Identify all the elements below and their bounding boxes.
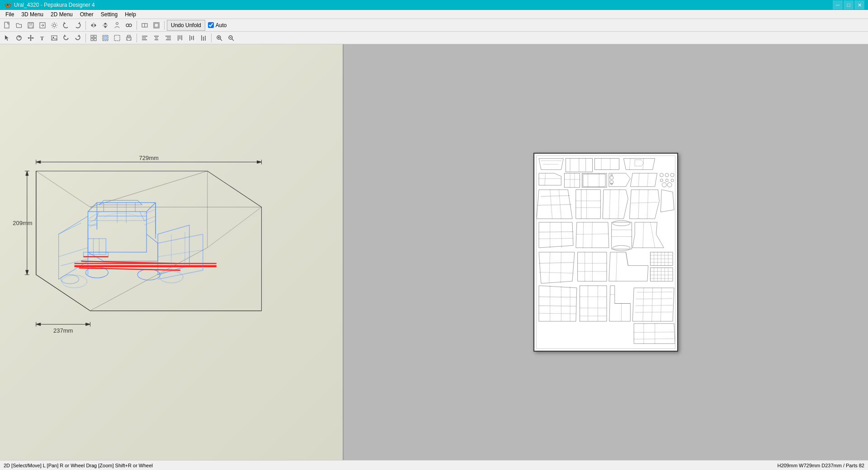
svg-line-172 bbox=[618, 190, 619, 219]
view2-button[interactable] bbox=[151, 20, 162, 31]
svg-line-241 bbox=[652, 288, 653, 321]
svg-point-158 bbox=[671, 179, 674, 182]
svg-marker-70 bbox=[36, 161, 41, 164]
open-button[interactable] bbox=[14, 20, 24, 31]
grid-button[interactable] bbox=[88, 33, 99, 43]
image-tool[interactable] bbox=[49, 33, 60, 43]
undo-unfold-button[interactable]: Undo Unfold bbox=[167, 20, 205, 31]
align-left-button[interactable] bbox=[139, 33, 150, 43]
redo-button[interactable] bbox=[72, 33, 83, 43]
svg-marker-134 bbox=[623, 159, 655, 170]
rotate-tool[interactable] bbox=[14, 33, 24, 43]
svg-line-240 bbox=[643, 288, 644, 321]
svg-point-96 bbox=[61, 275, 79, 284]
undo-button[interactable] bbox=[61, 33, 71, 43]
auto-checkbox[interactable] bbox=[208, 22, 214, 28]
dim-209: 209mm bbox=[13, 220, 32, 226]
rotate-left-button[interactable] bbox=[61, 20, 71, 31]
window-controls: ─ □ ✕ bbox=[833, 0, 864, 9]
svg-marker-161 bbox=[537, 190, 572, 219]
align-top-button[interactable] bbox=[175, 33, 185, 43]
toolbar2: T bbox=[0, 32, 868, 44]
rotate-right-button[interactable] bbox=[72, 20, 83, 31]
svg-line-191 bbox=[539, 263, 574, 263]
menu-2dmenu[interactable]: 2D Menu bbox=[47, 10, 76, 19]
svg-line-245 bbox=[634, 332, 674, 333]
svg-line-246 bbox=[634, 338, 674, 339]
align-bottom-button[interactable] bbox=[198, 33, 209, 43]
svg-marker-11 bbox=[104, 23, 107, 24]
svg-line-174 bbox=[647, 190, 648, 219]
svg-point-160 bbox=[667, 183, 672, 187]
svg-rect-37 bbox=[104, 36, 107, 40]
select-all-button[interactable] bbox=[100, 33, 111, 43]
svg-line-165 bbox=[559, 190, 561, 219]
svg-rect-38 bbox=[114, 35, 120, 41]
2d-view-panel[interactable] bbox=[344, 44, 868, 460]
paper-content bbox=[536, 155, 675, 349]
align-middle-button[interactable] bbox=[186, 33, 197, 43]
statusbar-right: H209mm W729mm D237mm / Parts 82 bbox=[777, 463, 864, 468]
settings-button[interactable] bbox=[49, 20, 60, 31]
svg-marker-220 bbox=[539, 286, 577, 321]
svg-point-156 bbox=[660, 179, 663, 182]
menu-other[interactable]: Other bbox=[76, 10, 97, 19]
align-right-button[interactable] bbox=[163, 33, 174, 43]
menu-setting[interactable]: Setting bbox=[97, 10, 121, 19]
svg-rect-143 bbox=[582, 173, 607, 188]
svg-rect-33 bbox=[94, 35, 96, 38]
svg-rect-131 bbox=[594, 159, 619, 170]
chain-button[interactable] bbox=[123, 20, 134, 31]
close-button[interactable]: ✕ bbox=[854, 0, 864, 9]
svg-rect-41 bbox=[127, 38, 130, 40]
svg-line-180 bbox=[583, 222, 584, 248]
menu-help[interactable]: Help bbox=[121, 10, 140, 19]
svg-marker-76 bbox=[26, 270, 28, 275]
svg-point-184 bbox=[613, 221, 630, 226]
export-button[interactable] bbox=[37, 20, 48, 31]
menu-file[interactable]: File bbox=[2, 10, 18, 19]
svg-rect-211 bbox=[651, 268, 673, 282]
auto-label: Auto bbox=[216, 22, 227, 28]
svg-rect-139 bbox=[564, 173, 580, 188]
svg-point-148 bbox=[610, 180, 613, 184]
3d-view-panel[interactable]: 729mm 209mm 237mm bbox=[0, 44, 344, 460]
flip-v-button[interactable] bbox=[100, 20, 111, 31]
align-center-button[interactable] bbox=[151, 33, 162, 43]
deselect-button[interactable] bbox=[112, 33, 123, 43]
svg-line-177 bbox=[539, 238, 573, 239]
svg-line-182 bbox=[577, 234, 609, 235]
text-tool[interactable]: T bbox=[37, 33, 48, 43]
svg-marker-12 bbox=[104, 26, 107, 28]
select-tool[interactable] bbox=[2, 33, 13, 43]
svg-point-116 bbox=[62, 275, 87, 288]
flip-h-button[interactable] bbox=[88, 20, 99, 31]
svg-marker-124 bbox=[539, 159, 563, 170]
zoom-out-button[interactable] bbox=[226, 33, 236, 43]
view-button[interactable] bbox=[139, 20, 150, 31]
svg-line-110 bbox=[79, 268, 180, 270]
svg-rect-35 bbox=[94, 38, 96, 41]
zoom-in-button[interactable] bbox=[214, 33, 225, 43]
minimize-button[interactable]: ─ bbox=[833, 0, 843, 9]
svg-line-239 bbox=[635, 312, 673, 312]
maximize-button[interactable]: □ bbox=[844, 0, 854, 9]
auto-checkbox-label[interactable]: Auto bbox=[208, 22, 227, 28]
person-button[interactable] bbox=[112, 20, 123, 31]
save-button[interactable] bbox=[25, 20, 36, 31]
svg-line-238 bbox=[636, 305, 673, 306]
new-button[interactable] bbox=[2, 20, 13, 31]
svg-point-13 bbox=[116, 22, 118, 24]
titlebar: 🦋 Ural_4320 - Pepakura Designer 4 ─ □ ✕ bbox=[0, 0, 868, 10]
svg-marker-8 bbox=[91, 24, 93, 27]
svg-point-159 bbox=[662, 183, 666, 187]
print-button[interactable] bbox=[123, 33, 134, 43]
statusbar: 2D [Select/Move] L [Pan] R or Wheel Drag… bbox=[0, 460, 868, 470]
svg-line-152 bbox=[647, 173, 648, 187]
menu-3dmenu[interactable]: 3D Menu bbox=[18, 10, 47, 19]
svg-marker-9 bbox=[94, 24, 96, 27]
svg-line-237 bbox=[636, 299, 673, 299]
svg-marker-28 bbox=[33, 37, 34, 39]
move-tool[interactable] bbox=[25, 33, 36, 43]
svg-point-149 bbox=[611, 174, 613, 176]
